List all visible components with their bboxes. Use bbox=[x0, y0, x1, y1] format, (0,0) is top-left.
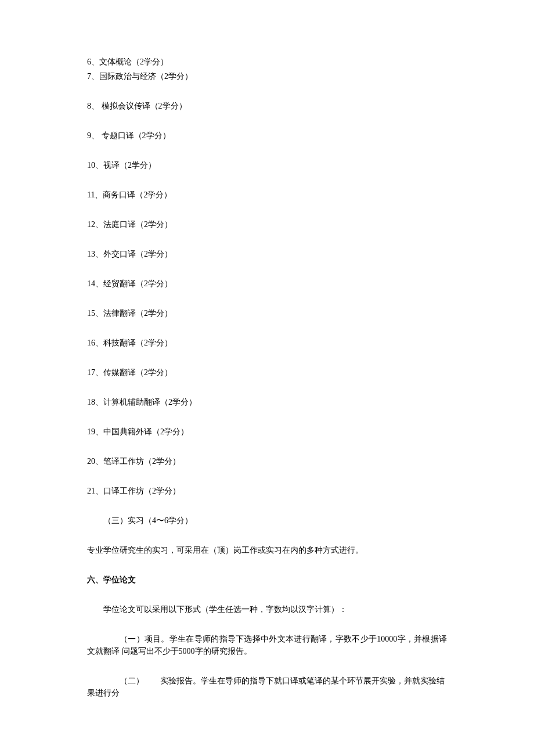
course-item-21: 21、口译工作坊（2学分） bbox=[87, 485, 447, 497]
course-item-7: 7、国际政治与经济（2学分） bbox=[87, 70, 447, 82]
course-item-16: 16、科技翻译（2学分） bbox=[87, 337, 447, 349]
course-item-19: 19、中国典籍外译（2学分） bbox=[87, 426, 447, 438]
course-item-11: 11、商务口译（2学分） bbox=[87, 189, 447, 201]
course-item-12: 12、法庭口译（2学分） bbox=[87, 218, 447, 231]
course-item-10: 10、视译（2学分） bbox=[87, 159, 447, 171]
course-item-6: 6、文体概论（2学分） bbox=[87, 56, 447, 68]
course-item-20: 20、笔译工作坊（2学分） bbox=[87, 455, 447, 467]
course-item-13: 13、外交口译（2学分） bbox=[87, 248, 447, 260]
course-item-8: 8、 模拟会议传译（2学分） bbox=[87, 100, 447, 112]
thesis-intro-paragraph: 学位论文可以采用以下形式（学生任选一种，字数均以汉字计算）： bbox=[87, 603, 447, 615]
course-item-18: 18、计算机辅助翻译（2学分） bbox=[87, 396, 447, 408]
internship-paragraph: 专业学位研究生的实习，可采用在（顶）岗工作或实习在内的多种方式进行。 bbox=[87, 544, 447, 556]
course-item-14: 14、经贸翻译（2学分） bbox=[87, 278, 447, 290]
course-item-15: 15、法律翻译（2学分） bbox=[87, 307, 447, 319]
document-page: 6、文体概论（2学分） 7、国际政治与经济（2学分） 8、 模拟会议传译（2学分… bbox=[0, 0, 534, 756]
course-item-9: 9、 专题口译（2学分） bbox=[87, 129, 447, 142]
thesis-item-2: （二） 实验报告。学生在导师的指导下就口译或笔译的某个环节展开实验，并就实验结果… bbox=[87, 675, 447, 699]
course-item-17: 17、传媒翻译（2学分） bbox=[87, 366, 447, 379]
thesis-item-1: （一）项目。学生在导师的指导下选择中外文本进行翻译，字数不少于10000字，并根… bbox=[87, 633, 447, 657]
section-three-heading: （三）实习（4〜6学分） bbox=[87, 514, 447, 527]
heading-six: 六、学位论文 bbox=[87, 574, 447, 586]
